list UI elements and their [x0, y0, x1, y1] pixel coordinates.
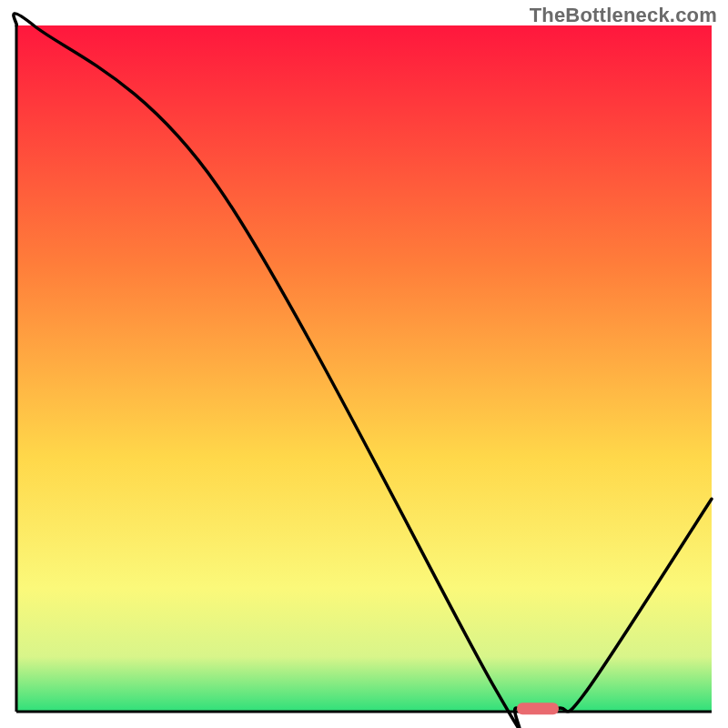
svg-rect-0 [16, 25, 712, 712]
optimal-marker [517, 703, 559, 714]
chart-svg [0, 0, 728, 728]
watermark-text: TheBottleneck.com [530, 4, 717, 27]
plot-area [16, 25, 712, 712]
chart-stage: TheBottleneck.com [0, 0, 728, 728]
